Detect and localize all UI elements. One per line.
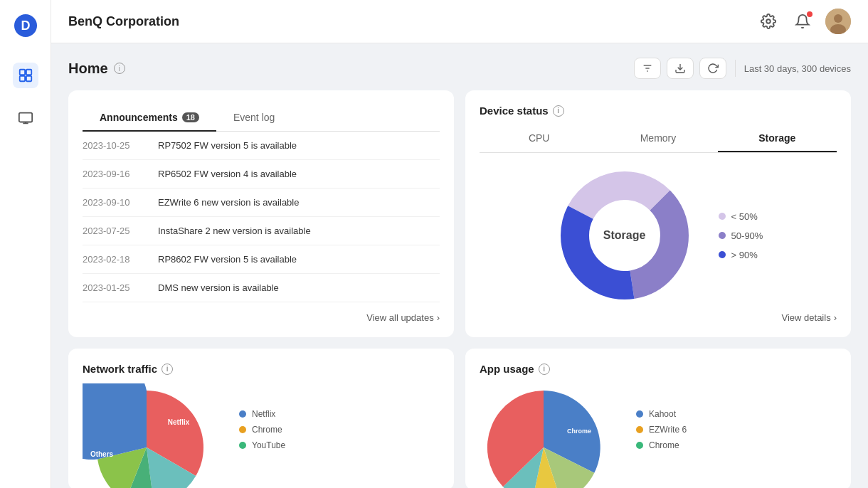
network-legend-item: Netflix <box>239 409 285 419</box>
pie-dot <box>239 426 246 433</box>
legend-item: 50-90% <box>719 230 763 241</box>
announcement-item: 2023-01-25 DMS new version is available <box>83 274 440 302</box>
pie-dot <box>636 410 643 418</box>
donut-center-label: Storage <box>603 229 646 242</box>
ann-date: 2023-09-16 <box>83 169 147 179</box>
svg-text:Chrome: Chrome <box>567 428 591 435</box>
svg-rect-4 <box>19 76 24 81</box>
app-legend-label: Kahoot <box>649 409 676 419</box>
tab-storage[interactable]: Storage <box>718 125 837 152</box>
device-status-title: Device status i <box>480 105 837 117</box>
ann-date: 2023-07-25 <box>83 226 147 236</box>
announcement-item: 2023-09-10 EZWrite 6 new version is avai… <box>83 189 440 217</box>
tab-announcements[interactable]: Announcements 18 <box>83 105 216 132</box>
page-info-icon[interactable]: i <box>114 63 125 74</box>
network-pie-chart: Others Netflix <box>83 383 225 476</box>
announcements-badge: 18 <box>182 112 199 122</box>
storage-donut-chart: Storage <box>554 164 696 307</box>
announcement-item: 2023-10-25 RP7502 FW version 5 is availa… <box>83 132 440 160</box>
app-chart-area: Chrome Kahoot EZWrite 6 Chrome <box>480 383 837 476</box>
app-pie-chart: Chrome <box>480 383 622 476</box>
network-legend-item: Chrome <box>239 425 285 435</box>
app-legend: Kahoot EZWrite 6 Chrome <box>636 409 687 450</box>
app-legend-label: Chrome <box>649 440 679 450</box>
device-status-card: Device status i CPU Memory Storage <box>465 90 851 337</box>
svg-rect-3 <box>26 70 31 75</box>
announcement-list: 2023-10-25 RP7502 FW version 5 is availa… <box>83 132 440 304</box>
app-legend-item: Chrome <box>636 440 687 450</box>
app-usage-info-icon[interactable]: i <box>539 364 550 375</box>
filter-label: Last 30 days, 300 devices <box>744 63 851 74</box>
network-traffic-info-icon[interactable]: i <box>162 364 173 375</box>
sidebar: D <box>0 0 51 488</box>
ann-date: 2023-02-18 <box>83 254 147 265</box>
refresh-button[interactable] <box>699 58 726 79</box>
ann-date: 2023-01-25 <box>83 282 147 293</box>
sidebar-item-dashboard[interactable] <box>13 63 38 88</box>
page-title-row: Home i <box>68 60 125 77</box>
logo: D <box>11 11 40 40</box>
app-usage-card: App usage i <box>465 349 851 488</box>
main-content: BenQ Corporation <box>51 0 868 488</box>
view-details-link[interactable]: View details › <box>480 307 837 323</box>
network-traffic-card: Network traffic i <box>68 349 454 488</box>
topbar: BenQ Corporation <box>51 0 868 43</box>
announcements-card: Announcements 18 Event log 2023-10-25 RP… <box>68 90 454 337</box>
ann-text: InstaShare 2 new version is available <box>158 226 311 236</box>
svg-text:Netflix: Netflix <box>168 418 190 426</box>
legend-dot <box>719 213 726 220</box>
tab-cpu[interactable]: CPU <box>480 125 598 152</box>
announcement-item: 2023-09-16 RP6502 FW version 4 is availa… <box>83 160 440 189</box>
pie-dot <box>636 426 643 433</box>
announcements-tabs: Announcements 18 Event log <box>83 105 440 132</box>
app-usage-title: App usage i <box>480 363 837 375</box>
network-legend-label: Chrome <box>252 425 282 435</box>
network-chart-area: Others Netflix Netflix Chrome YouTube <box>83 383 440 476</box>
pie-dot <box>239 442 246 449</box>
device-status-tabs: CPU Memory Storage <box>480 125 837 153</box>
ann-date: 2023-10-25 <box>83 140 147 151</box>
tab-memory[interactable]: Memory <box>598 125 717 152</box>
page-title: Home <box>68 60 108 77</box>
network-legend-item: YouTube <box>239 440 285 450</box>
ann-text: RP7502 FW version 5 is available <box>158 140 297 151</box>
legend-item: < 50% <box>719 211 763 222</box>
avatar[interactable] <box>825 9 851 34</box>
ann-text: EZWrite 6 new version is available <box>158 197 299 208</box>
legend-item: > 90% <box>719 250 763 260</box>
svg-text:Others: Others <box>90 450 114 458</box>
svg-point-9 <box>766 19 771 23</box>
network-legend-label: Netflix <box>252 409 275 419</box>
legend-label: < 50% <box>731 211 758 222</box>
ann-text: DMS new version is available <box>158 282 279 293</box>
ann-date: 2023-09-10 <box>83 197 147 208</box>
filter-button[interactable] <box>634 58 661 79</box>
svg-rect-5 <box>26 76 31 81</box>
announcement-item: 2023-07-25 InstaShare 2 new version is a… <box>83 217 440 245</box>
company-name: BenQ Corporation <box>68 14 179 29</box>
page-header: Home i <box>68 58 851 79</box>
storage-legend: < 50% 50-90% > 90% <box>719 211 763 260</box>
storage-chart-area: Storage < 50% 50-90% > 90% <box>480 164 837 307</box>
network-legend-label: YouTube <box>252 440 285 450</box>
network-traffic-title: Network traffic i <box>83 363 440 375</box>
tab-event-log[interactable]: Event log <box>216 105 292 132</box>
legend-dot <box>719 251 726 258</box>
page-header-actions: Last 30 days, 300 devices <box>634 58 851 79</box>
legend-dot <box>719 232 726 239</box>
device-status-info-icon[interactable]: i <box>553 105 564 117</box>
settings-icon[interactable] <box>757 10 780 33</box>
header-divider <box>735 60 736 77</box>
network-legend: Netflix Chrome YouTube <box>239 409 285 450</box>
view-all-updates[interactable]: View all updates › <box>83 304 440 323</box>
download-button[interactable] <box>667 58 694 79</box>
legend-label: 50-90% <box>731 230 763 241</box>
sidebar-item-display[interactable] <box>13 105 38 131</box>
topbar-actions <box>757 9 851 34</box>
ann-text: RP6502 FW version 4 is available <box>158 169 297 179</box>
svg-text:D: D <box>21 18 30 33</box>
notification-icon[interactable] <box>791 10 814 33</box>
legend-label: > 90% <box>731 250 758 260</box>
app-legend-label: EZWrite 6 <box>649 425 687 435</box>
svg-rect-6 <box>18 113 31 122</box>
